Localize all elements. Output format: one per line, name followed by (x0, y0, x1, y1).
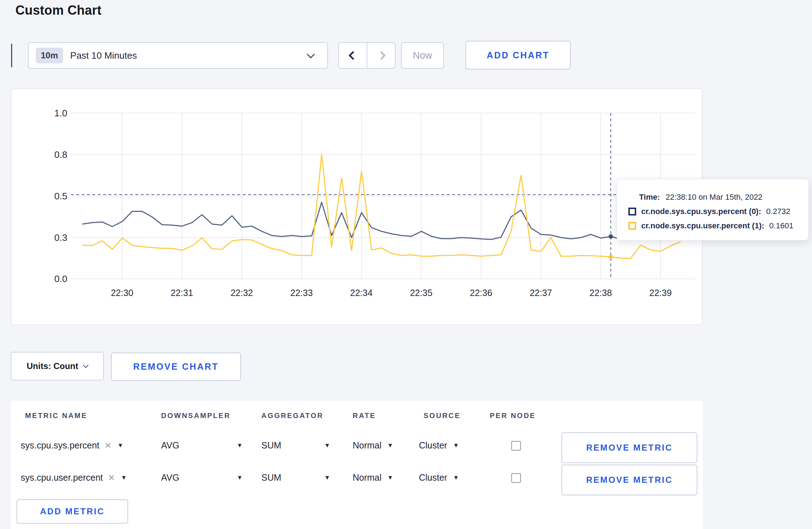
svg-text:22:34: 22:34 (350, 288, 373, 298)
caret-down-icon: ▼ (324, 442, 330, 449)
per-node-checkbox[interactable] (511, 441, 521, 451)
svg-text:22:33: 22:33 (290, 288, 313, 298)
svg-text:22:31: 22:31 (171, 288, 193, 298)
col-header-aggregator: AGGREGATOR (261, 412, 324, 420)
source-dropdown[interactable]: Cluster ▼ (419, 472, 459, 483)
clear-metric-icon[interactable]: ✕ (105, 441, 112, 451)
metrics-table: METRIC NAME DOWNSAMPLER AGGREGATOR RATE … (11, 401, 703, 529)
rate-dropdown[interactable]: Normal ▼ (353, 440, 393, 451)
aggregator-dropdown[interactable]: SUM ▼ (261, 472, 330, 483)
col-header-rate: RATE (353, 412, 376, 420)
rate-value: Normal (353, 472, 382, 483)
tooltip-series-row: cr.node.sys.cpu.sys.percent (0): 0.2732 (628, 204, 808, 219)
page-title: Custom Chart (15, 3, 101, 18)
tooltip-series-value: 0.1601 (769, 221, 793, 230)
col-header-metric-name: METRIC NAME (25, 412, 87, 420)
caret-down-icon: ▼ (387, 442, 393, 449)
chart-panel: 22:3022:3122:3222:3322:3422:3522:3622:37… (11, 88, 703, 325)
downsampler-dropdown[interactable]: AVG ▼ (161, 440, 243, 451)
metric-name-text: sys.cpu.sys.percent (21, 440, 100, 451)
metric-name-dropdown[interactable]: sys.cpu.sys.percent ✕ ▼ (21, 440, 123, 451)
next-time-button[interactable] (367, 43, 395, 68)
svg-text:0.8: 0.8 (54, 149, 67, 160)
caret-down-icon: ▼ (453, 442, 459, 449)
svg-text:0.3: 0.3 (54, 232, 67, 243)
tooltip-time-label: Time: (639, 193, 660, 202)
source-value: Cluster (419, 472, 447, 483)
rate-dropdown[interactable]: Normal ▼ (353, 472, 393, 483)
tooltip-series-label: cr.node.sys.cpu.sys.percent (0): (641, 207, 761, 216)
caret-down-icon: ▼ (324, 474, 330, 481)
prev-time-button[interactable] (339, 43, 367, 68)
line-chart[interactable]: 22:3022:3122:3222:3322:3422:3522:3622:37… (11, 89, 702, 325)
svg-text:22:35: 22:35 (410, 288, 432, 298)
svg-text:22:37: 22:37 (530, 288, 552, 298)
rate-value: Normal (353, 440, 382, 451)
chevron-down-icon (307, 50, 315, 59)
downsampler-value: AVG (161, 440, 179, 451)
caret-down-icon: ▼ (387, 474, 393, 481)
chart-tooltip: Time: 22:38:10 on Mar 15th, 2022 cr.node… (617, 179, 809, 241)
caret-down-icon: ▼ (237, 442, 243, 449)
series-sys-swatch-icon (628, 208, 636, 215)
svg-text:22:32: 22:32 (231, 288, 253, 298)
source-dropdown[interactable]: Cluster ▼ (419, 440, 459, 451)
left-edge-divider (11, 44, 12, 67)
caret-down-icon: ▼ (117, 442, 124, 449)
time-range-badge: 10m (36, 48, 63, 63)
units-dropdown[interactable]: Units: Count (11, 352, 104, 380)
svg-text:0.5: 0.5 (54, 191, 67, 202)
chevron-down-icon (83, 362, 89, 368)
tooltip-series-label: cr.node.sys.cpu.user.percent (1): (641, 221, 764, 230)
time-window-pager (338, 42, 396, 69)
aggregator-value: SUM (261, 472, 281, 483)
remove-metric-button[interactable]: REMOVE METRIC (561, 432, 697, 463)
units-label: Units: Count (27, 361, 78, 371)
remove-chart-button[interactable]: REMOVE CHART (111, 353, 241, 381)
source-value: Cluster (419, 440, 447, 451)
series-user-swatch-icon (628, 222, 636, 230)
svg-text:22:36: 22:36 (470, 288, 492, 298)
tooltip-time-value: 22:38:10 on Mar 15th, 2022 (666, 193, 762, 202)
per-node-checkbox[interactable] (511, 473, 521, 483)
col-header-per-node: PER NODE (490, 412, 536, 420)
aggregator-dropdown[interactable]: SUM ▼ (261, 440, 330, 451)
add-metric-button[interactable]: ADD METRIC (16, 499, 128, 524)
chevron-right-icon (377, 51, 386, 60)
aggregator-value: SUM (261, 440, 281, 451)
svg-text:22:39: 22:39 (649, 288, 672, 298)
remove-metric-button[interactable]: REMOVE METRIC (561, 465, 697, 495)
downsampler-dropdown[interactable]: AVG ▼ (161, 472, 243, 483)
tooltip-time-row: Time: 22:38:10 on Mar 15th, 2022 (628, 190, 808, 204)
metric-name-text: sys.cpu.user.percent (21, 472, 103, 483)
caret-down-icon: ▼ (237, 474, 243, 481)
add-chart-button[interactable]: ADD CHART (465, 41, 571, 69)
caret-down-icon: ▼ (121, 474, 127, 481)
tooltip-series-row: cr.node.sys.cpu.user.percent (1): 0.1601 (628, 219, 808, 233)
chevron-left-icon (348, 51, 357, 60)
now-button[interactable]: Now (401, 42, 444, 69)
svg-text:22:30: 22:30 (111, 288, 134, 298)
clear-metric-icon[interactable]: ✕ (108, 473, 115, 483)
time-range-label: Past 10 Minutes (70, 50, 137, 61)
col-header-source: SOURCE (424, 412, 461, 420)
svg-text:1.0: 1.0 (54, 108, 67, 118)
caret-down-icon: ▼ (453, 474, 459, 481)
time-range-dropdown[interactable]: 10m Past 10 Minutes (28, 42, 328, 69)
svg-text:22:38: 22:38 (590, 288, 612, 298)
downsampler-value: AVG (161, 472, 179, 483)
svg-text:0.0: 0.0 (54, 273, 67, 284)
col-header-downsampler: DOWNSAMPLER (161, 412, 231, 420)
metric-name-dropdown[interactable]: sys.cpu.user.percent ✕ ▼ (21, 472, 127, 483)
tooltip-series-value: 0.2732 (766, 207, 790, 216)
